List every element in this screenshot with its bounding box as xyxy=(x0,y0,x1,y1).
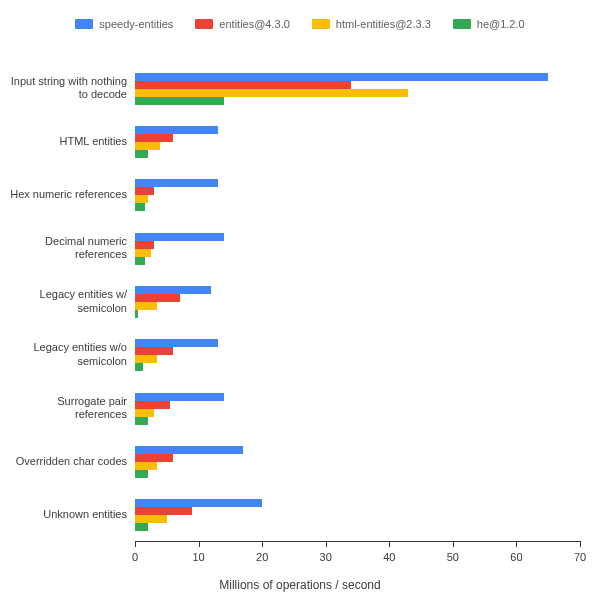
bar xyxy=(135,187,154,195)
bar xyxy=(135,409,154,417)
bar xyxy=(135,446,243,454)
bar xyxy=(135,462,157,470)
x-tick xyxy=(453,541,454,547)
legend: speedy-entities entities@4.3.0 html-enti… xyxy=(0,0,600,42)
bar xyxy=(135,249,151,257)
bar xyxy=(135,393,224,401)
legend-swatch xyxy=(75,19,93,29)
bar xyxy=(135,134,173,142)
x-tick xyxy=(135,541,136,547)
x-tick xyxy=(516,541,517,547)
y-category-label: Hex numeric references xyxy=(7,188,127,202)
bar xyxy=(135,89,408,97)
bar xyxy=(135,507,192,515)
bar xyxy=(135,203,145,211)
bar xyxy=(135,126,218,134)
legend-swatch xyxy=(453,19,471,29)
y-category-label: Overridden char codes xyxy=(7,455,127,469)
bar xyxy=(135,310,138,318)
x-tick-label: 20 xyxy=(256,551,268,563)
bar xyxy=(135,355,157,363)
y-category-label: Input string with nothing to decode xyxy=(7,75,127,103)
x-tick xyxy=(199,541,200,547)
bar xyxy=(135,257,145,265)
y-category-label: Legacy entities w/ semicolon xyxy=(7,288,127,316)
bar xyxy=(135,81,351,89)
x-tick xyxy=(389,541,390,547)
legend-item: speedy-entities xyxy=(75,18,173,30)
benchmark-chart: speedy-entities entities@4.3.0 html-enti… xyxy=(0,0,600,606)
bar xyxy=(135,179,218,187)
bar xyxy=(135,470,148,478)
bar xyxy=(135,150,148,158)
x-tick-label: 60 xyxy=(510,551,522,563)
x-tick xyxy=(580,541,581,547)
legend-item: he@1.2.0 xyxy=(453,18,525,30)
legend-label: speedy-entities xyxy=(99,18,173,30)
bar xyxy=(135,73,548,81)
x-tick xyxy=(262,541,263,547)
bar xyxy=(135,401,170,409)
bar xyxy=(135,241,154,249)
y-category-label: Legacy entities w/o semicolon xyxy=(7,342,127,370)
legend-item: html-entities@2.3.3 xyxy=(312,18,431,30)
y-category-label: HTML entities xyxy=(7,135,127,149)
bar xyxy=(135,347,173,355)
y-category-label: Surrogate pair references xyxy=(7,395,127,423)
legend-swatch xyxy=(312,19,330,29)
legend-label: he@1.2.0 xyxy=(477,18,525,30)
bar xyxy=(135,142,160,150)
y-category-label: Unknown entities xyxy=(7,508,127,522)
x-tick xyxy=(326,541,327,547)
plot-area: 010203040506070Input string with nothing… xyxy=(135,62,580,542)
legend-swatch xyxy=(195,19,213,29)
legend-item: entities@4.3.0 xyxy=(195,18,290,30)
x-tick-label: 50 xyxy=(447,551,459,563)
bar xyxy=(135,294,180,302)
bar xyxy=(135,454,173,462)
bar xyxy=(135,286,211,294)
bar xyxy=(135,499,262,507)
bar xyxy=(135,97,224,105)
bar xyxy=(135,515,167,523)
bar xyxy=(135,302,157,310)
bar xyxy=(135,233,224,241)
x-tick-label: 10 xyxy=(192,551,204,563)
legend-label: entities@4.3.0 xyxy=(219,18,290,30)
bar xyxy=(135,417,148,425)
bar xyxy=(135,195,148,203)
x-axis-title: Millions of operations / second xyxy=(219,578,380,592)
bar xyxy=(135,339,218,347)
y-category-label: Decimal numeric references xyxy=(7,235,127,263)
bar xyxy=(135,363,143,371)
legend-label: html-entities@2.3.3 xyxy=(336,18,431,30)
x-tick-label: 30 xyxy=(320,551,332,563)
bar xyxy=(135,523,148,531)
x-tick-label: 40 xyxy=(383,551,395,563)
x-tick-label: 0 xyxy=(132,551,138,563)
x-tick-label: 70 xyxy=(574,551,586,563)
